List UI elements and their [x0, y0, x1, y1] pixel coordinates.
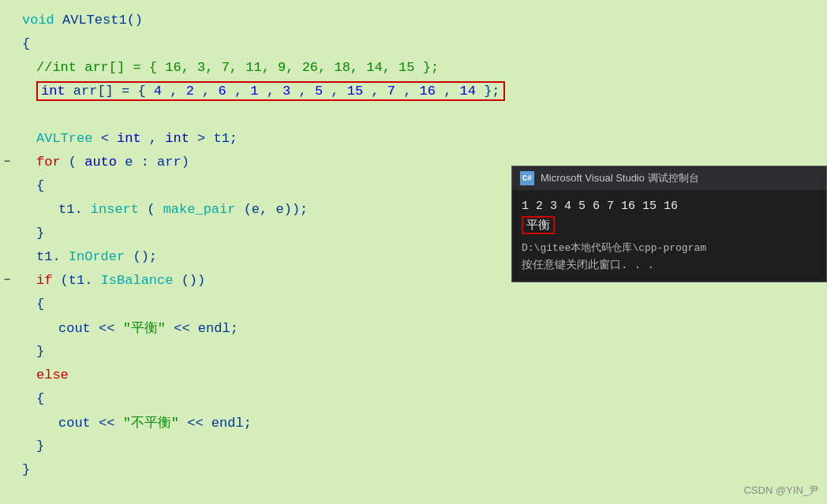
console-balanced: 平衡 — [522, 216, 817, 234]
auto-kw: auto — [84, 155, 117, 170]
avltree-type: AVLTree — [36, 131, 92, 146]
endl-unbal: << endl; — [187, 416, 252, 431]
line-cout-unbal: cout << "不平衡" << endl; — [0, 410, 827, 434]
num-3: 3 — [283, 84, 290, 99]
code-if-close: } — [14, 344, 827, 359]
comma5: , — [299, 84, 315, 99]
func-name: AVLTest1() — [62, 13, 143, 28]
code-else: else — [14, 368, 827, 383]
watermark: CSDN @YIN_尹 — [743, 483, 819, 498]
press-text: 按任意键关闭此窗口. . . — [522, 259, 654, 271]
path-text: D:\gitee本地代码仓库\cpp-program — [522, 242, 706, 254]
inorder-fn: InOrder — [69, 249, 125, 264]
endl-bal: << endl; — [174, 321, 238, 336]
isbalance-fn: IsBalance — [101, 273, 174, 288]
line-comment: //int arr[] = { 16, 3, 7, 11, 9, 26, 18,… — [0, 55, 827, 79]
num-16: 16 — [420, 84, 436, 99]
code-comment: //int arr[] = { 16, 3, 7, 11, 9, 26, 18,… — [14, 60, 827, 75]
code-open-brace: { — [14, 36, 827, 51]
for-var: e : arr) — [125, 155, 189, 170]
if-kw: if — [36, 273, 52, 288]
console-icon-label: C# — [522, 174, 532, 183]
line-else-close: } — [0, 434, 827, 457]
str-balanced: "平衡" — [123, 321, 166, 336]
if-close: ()) — [181, 273, 206, 288]
for-brace-open: { — [36, 178, 44, 193]
else-brace-close: } — [36, 439, 44, 454]
console-body: 1 2 3 4 5 6 7 16 15 16 平衡 D:\gitee本地代码仓库… — [512, 190, 826, 282]
make-pair-args: (e, e)); — [244, 202, 309, 217]
comma2: , — [202, 84, 218, 99]
cout-bal: cout << — [58, 321, 123, 336]
line-open-brace-main: { — [0, 32, 827, 55]
else-brace-open: { — [36, 391, 44, 406]
comma6: , — [331, 84, 346, 99]
line-if-close: } — [0, 339, 827, 363]
code-cout-unbal: cout << "不平衡" << endl; — [14, 413, 827, 431]
console-press: 按任意键关闭此窗口. . . — [522, 258, 817, 272]
func-brace-close: } — [22, 462, 30, 477]
for-kw: for — [36, 155, 61, 170]
code-void-func: void AVLTest1() — [14, 13, 827, 28]
for-brace-close: } — [36, 226, 44, 241]
num-4: 4 — [154, 84, 162, 99]
console-icon: C# — [520, 171, 534, 185]
if-brace-close: } — [36, 344, 44, 359]
console-title: Microsoft Visual Studio 调试控制台 — [541, 171, 699, 185]
num-2: 2 — [186, 84, 194, 99]
brace: { — [22, 36, 30, 51]
t1-insert: t1. — [58, 202, 83, 217]
code-arr: int arr[] = { 4 , 2 , 6 , 1 , 3 , 5 , 15… — [14, 81, 827, 101]
else-kw: else — [36, 368, 69, 383]
console-numbers: 1 2 3 4 5 6 7 16 15 16 — [522, 200, 817, 213]
comment-text: //int arr[] = { 16, 3, 7, 11, 9, 26, 18,… — [36, 60, 439, 75]
gutter-if: − — [0, 274, 14, 286]
code-blank — [14, 107, 827, 122]
code-avltree: AVLTree < int , int > t1; — [14, 131, 827, 146]
str-unbalanced: "不平衡" — [123, 416, 179, 431]
int-kw1: int — [117, 131, 141, 146]
num-14: 14 — [460, 84, 476, 99]
num-6: 6 — [218, 84, 226, 99]
insert-fn: insert — [91, 202, 139, 217]
line-func-close: } — [0, 457, 827, 481]
num-1: 1 — [250, 84, 258, 99]
line-void-avltest1: void AVLTest1() — [0, 8, 827, 32]
console-window: C# Microsoft Visual Studio 调试控制台 1 2 3 4… — [511, 166, 827, 282]
highlight-box: int arr[] = { 4 , 2 , 6 , 1 , 3 , 5 , 15… — [36, 81, 505, 101]
comma9: , — [443, 84, 459, 99]
comma7: , — [371, 84, 387, 99]
code-else-open: { — [14, 391, 827, 406]
line-avltree: AVLTree < int , int > t1; — [0, 126, 827, 150]
comma8: , — [403, 84, 419, 99]
minus-icon-if: − — [4, 274, 10, 286]
keyword-int: int — [41, 84, 65, 99]
balanced-highlight: 平衡 — [522, 216, 555, 234]
t1-inorder: t1. — [36, 249, 61, 264]
gutter-for: − — [0, 155, 14, 168]
code-if-open: { — [14, 297, 827, 312]
comma1: , — [170, 84, 185, 99]
minus-icon-for: − — [4, 155, 10, 168]
keyword-void: void — [22, 13, 54, 28]
cout-unbal: cout << — [58, 416, 123, 431]
if-brace-open: { — [36, 297, 44, 312]
code-else-close: } — [14, 439, 827, 454]
line-if-open: { — [0, 292, 827, 315]
avltree-var: > t1; — [197, 131, 238, 146]
console-titlebar: C# Microsoft Visual Studio 调试控制台 — [512, 166, 826, 190]
line-blank — [0, 103, 827, 126]
num-15: 15 — [347, 84, 363, 99]
code-func-close: } — [14, 462, 827, 477]
if-open: (t1. — [61, 273, 93, 288]
for-content: ( — [69, 155, 77, 170]
console-path: D:\gitee本地代码仓库\cpp-program — [522, 241, 817, 255]
make-pair-fn: make_pair — [163, 202, 236, 217]
line-cout-bal: cout << "平衡" << endl; — [0, 315, 827, 339]
closing: }; — [484, 84, 500, 99]
num-7: 7 — [387, 84, 395, 99]
line-arr-highlighted: int arr[] = { 4 , 2 , 6 , 1 , 3 , 5 , 15… — [0, 79, 827, 103]
num-5: 5 — [315, 84, 323, 99]
arr-decl: arr[] = { — [73, 84, 154, 99]
avltree-template: < — [101, 131, 109, 146]
